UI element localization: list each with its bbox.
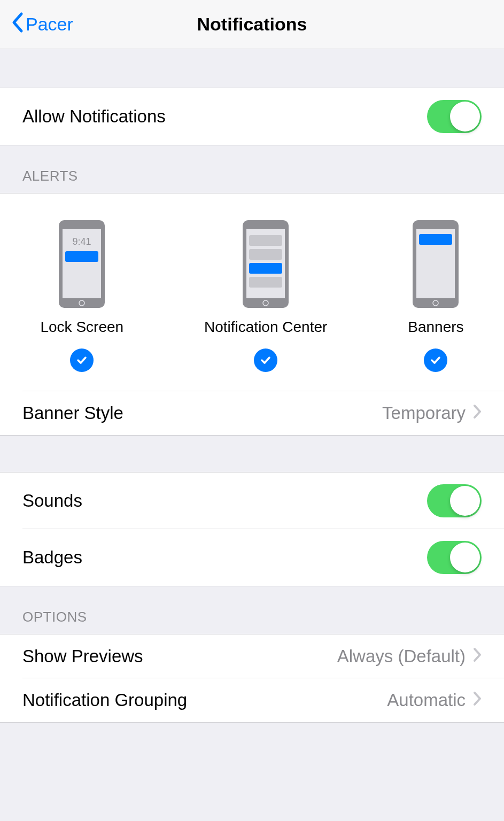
notification-center-checkmark [254, 348, 277, 372]
show-previews-label: Show Previews [22, 646, 143, 667]
back-button[interactable]: Pacer [11, 12, 73, 37]
check-icon [429, 354, 442, 367]
lock-screen-option[interactable]: 9:41 Lock Screen [40, 220, 123, 372]
show-previews-row[interactable]: Show Previews Always (Default) [0, 634, 504, 678]
banner-style-row[interactable]: Banner Style Temporary [0, 391, 504, 435]
svg-rect-8 [249, 249, 282, 260]
svg-rect-3 [65, 251, 98, 262]
toggle-knob [450, 102, 480, 131]
check-icon [259, 354, 272, 367]
alert-styles-row: 9:41 Lock Screen Notification Center [0, 193, 504, 391]
options-section-header: OPTIONS [0, 586, 504, 634]
check-icon [75, 354, 88, 367]
allow-notifications-toggle[interactable] [427, 100, 482, 133]
lock-screen-label: Lock Screen [40, 319, 123, 336]
notification-center-label: Notification Center [204, 319, 327, 336]
banners-checkmark [424, 348, 447, 372]
allow-notifications-label: Allow Notifications [22, 106, 166, 127]
show-previews-value: Always (Default) [337, 646, 482, 667]
notification-center-option[interactable]: Notification Center [204, 220, 327, 372]
chevron-right-icon [473, 403, 482, 423]
sounds-label: Sounds [22, 491, 82, 511]
svg-rect-10 [249, 277, 282, 288]
back-label: Pacer [26, 14, 73, 35]
banner-style-value: Temporary [382, 403, 482, 423]
alerts-section-header: ALERTS [0, 145, 504, 193]
notification-grouping-label: Notification Grouping [22, 690, 187, 710]
sounds-toggle[interactable] [427, 484, 482, 517]
badges-label: Badges [22, 547, 82, 568]
lock-screen-checkmark [70, 348, 94, 372]
chevron-right-icon [473, 646, 482, 667]
lock-screen-phone-icon: 9:41 [59, 220, 105, 308]
spacer [0, 436, 504, 472]
chevron-left-icon [11, 12, 24, 37]
allow-notifications-row: Allow Notifications [0, 88, 504, 145]
banner-style-label: Banner Style [22, 403, 123, 423]
banners-label: Banners [408, 319, 463, 336]
notification-center-phone-icon [243, 220, 289, 308]
badges-toggle[interactable] [427, 541, 482, 574]
badges-row: Badges [0, 529, 504, 586]
banners-option[interactable]: Banners [408, 220, 463, 372]
svg-rect-9 [249, 263, 282, 274]
page-title: Notifications [197, 14, 307, 35]
toggle-knob [450, 486, 480, 516]
spacer [0, 49, 504, 88]
svg-rect-14 [419, 234, 452, 245]
banners-phone-icon [413, 220, 459, 308]
toggle-knob [450, 543, 480, 572]
svg-text:9:41: 9:41 [73, 236, 91, 247]
alerts-section: 9:41 Lock Screen Notification Center [0, 193, 504, 436]
sounds-row: Sounds [0, 472, 504, 529]
svg-rect-7 [249, 235, 282, 246]
notification-grouping-value: Automatic [387, 690, 482, 710]
navigation-bar: Pacer Notifications [0, 0, 504, 49]
chevron-right-icon [473, 690, 482, 710]
notification-grouping-row[interactable]: Notification Grouping Automatic [0, 678, 504, 723]
